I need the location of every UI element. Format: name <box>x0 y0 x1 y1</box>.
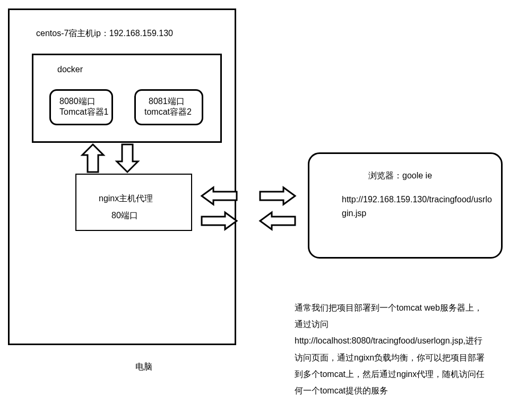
tomcat2-name: tomcat容器2 <box>144 106 192 118</box>
arrow-down-tomcat2 <box>117 144 138 174</box>
arrow-up-tomcat1 <box>82 144 103 174</box>
nginx-title: nginx主机代理 <box>99 193 153 204</box>
browser-url: http://192.168.159.130/tracingfood/usrlo… <box>342 193 495 220</box>
arrow-right-inner-bottom <box>202 212 238 229</box>
arrow-left-inner-top <box>202 187 238 204</box>
docker-label: docker <box>57 64 83 75</box>
browser-title: 浏览器：goole ie <box>368 170 432 182</box>
host-ip-label: centos-7宿主机ip：192.168.159.130 <box>36 28 173 39</box>
diagram-canvas: centos-7宿主机ip：192.168.159.130 docker 808… <box>0 0 518 420</box>
note-text: 通常我们把项目部署到一个tomcat web服务器上，通过访问http://lo… <box>295 299 490 399</box>
tomcat1-name: Tomcat容器1 <box>59 106 108 118</box>
nginx-port: 80端口 <box>111 210 138 221</box>
arrow-left-outer-bottom <box>260 212 296 229</box>
computer-label: 电脑 <box>135 361 152 373</box>
arrow-right-outer-top <box>260 187 296 204</box>
